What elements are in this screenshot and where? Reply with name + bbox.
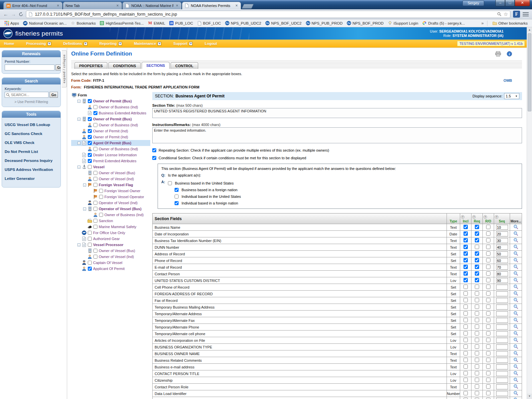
seq-input[interactable] bbox=[496, 291, 508, 296]
tree-item-label[interactable]: Owner of Vessel (Ind) bbox=[99, 177, 134, 181]
incl-checkbox[interactable] bbox=[464, 331, 468, 335]
more-magnifier-icon[interactable] bbox=[513, 384, 518, 389]
tree-item[interactable]: Dealer License Information bbox=[71, 152, 150, 158]
incl-checkbox[interactable] bbox=[464, 258, 468, 262]
answer-checkbox[interactable] bbox=[168, 181, 172, 185]
tree-item[interactable]: Owner of Vessel (Bus) bbox=[71, 248, 150, 254]
tree-item-label[interactable]: Foreign Vessel Flag bbox=[99, 183, 133, 187]
ro-checkbox[interactable] bbox=[486, 245, 490, 249]
bookmarks-overflow-icon[interactable]: » bbox=[481, 21, 484, 26]
help-icon[interactable]: ? bbox=[483, 215, 487, 219]
scroll-up-icon[interactable]: ▲ bbox=[527, 27, 532, 33]
maximize-button[interactable]: □ bbox=[505, 0, 515, 6]
tree-item[interactable]: Business Extended Attributes bbox=[71, 110, 150, 116]
new-tab-button[interactable] bbox=[242, 4, 254, 9]
ro-checkbox[interactable] bbox=[486, 291, 490, 296]
ro-checkbox[interactable] bbox=[486, 278, 490, 282]
print-icon[interactable] bbox=[495, 51, 501, 57]
tree-checkbox[interactable] bbox=[93, 225, 97, 229]
tree-checkbox[interactable] bbox=[93, 147, 97, 151]
incl-checkbox[interactable] bbox=[464, 325, 468, 329]
browser-tab[interactable]: NOAA :: National Marine F× bbox=[122, 2, 182, 9]
tree-item[interactable]: -Agent Of Permit (Bus) bbox=[71, 140, 150, 146]
tree-item[interactable]: -Operator of Vessel (Bus) bbox=[71, 206, 150, 212]
tree-item-label[interactable]: Owner of Permit (Bus) bbox=[93, 117, 132, 121]
bookmark-item[interactable]: NPS_PUB_UDC2 bbox=[223, 20, 263, 26]
req-checkbox[interactable] bbox=[475, 238, 479, 242]
answer-checkbox[interactable] bbox=[175, 195, 179, 199]
ro-checkbox[interactable] bbox=[486, 371, 490, 375]
tree-item-label[interactable]: Owner of Permit (Ind) bbox=[93, 129, 128, 133]
scroll-down-icon[interactable]: ▼ bbox=[527, 394, 532, 399]
chevron-down-icon[interactable]: ▾ bbox=[158, 42, 161, 46]
tree-checkbox[interactable] bbox=[93, 207, 97, 211]
more-magnifier-icon[interactable] bbox=[513, 377, 518, 382]
incl-checkbox[interactable] bbox=[464, 378, 468, 382]
req-checkbox[interactable] bbox=[475, 298, 479, 302]
tree-checkbox[interactable] bbox=[93, 219, 97, 223]
bookmark-item[interactable]: 26PUB_LOC bbox=[168, 20, 195, 26]
incl-checkbox[interactable] bbox=[464, 278, 468, 282]
tree-item-label[interactable]: Owner of Vessel (Bus) bbox=[99, 171, 135, 175]
incl-checkbox[interactable] bbox=[464, 358, 468, 362]
req-checkbox[interactable] bbox=[475, 265, 479, 269]
nav-item-logout[interactable]: Logout bbox=[204, 42, 217, 46]
bookmark-item[interactable]: NPS_PUB_PROD bbox=[304, 20, 344, 26]
req-checkbox[interactable] bbox=[475, 391, 479, 395]
ro-checkbox[interactable] bbox=[486, 384, 490, 389]
tree-checkbox[interactable] bbox=[93, 105, 97, 109]
more-magnifier-icon[interactable] bbox=[513, 331, 518, 336]
more-magnifier-icon[interactable] bbox=[513, 318, 518, 323]
ro-checkbox[interactable] bbox=[486, 318, 490, 322]
help-icon[interactable]: ? bbox=[460, 215, 465, 219]
tree-checkbox[interactable] bbox=[88, 141, 92, 145]
tree-item-label[interactable]: Business Extended Attributes bbox=[99, 111, 146, 115]
more-magnifier-icon[interactable] bbox=[513, 391, 518, 396]
incl-checkbox[interactable] bbox=[464, 231, 468, 236]
more-magnifier-icon[interactable] bbox=[513, 304, 518, 309]
tree-checkbox[interactable] bbox=[88, 231, 92, 235]
nav-item-reporting[interactable]: Reporting▾ bbox=[99, 42, 122, 46]
bookmark-star-icon[interactable]: ☆ bbox=[504, 11, 508, 17]
answer-checkbox[interactable] bbox=[175, 201, 179, 205]
incl-checkbox[interactable] bbox=[464, 364, 468, 369]
tab-close-icon[interactable]: × bbox=[56, 3, 60, 8]
tree-item[interactable]: -Owner of Permit (Bus) bbox=[71, 116, 150, 122]
tree-item-label[interactable]: Owner of Vessel (Ind) bbox=[99, 255, 134, 259]
reload-icon[interactable] bbox=[19, 12, 23, 17]
tree-item[interactable]: Owner of Business (Ind) bbox=[71, 146, 150, 152]
ro-checkbox[interactable] bbox=[486, 258, 490, 262]
req-checkbox[interactable] bbox=[475, 271, 479, 276]
tree-checkbox[interactable] bbox=[93, 111, 97, 115]
incl-checkbox[interactable] bbox=[464, 265, 468, 269]
tree-item-label[interactable]: Foreign Vessel Operator bbox=[104, 195, 144, 199]
tree-checkbox[interactable] bbox=[88, 99, 92, 103]
tool-link[interactable]: Deceased Persons Inquiry bbox=[5, 159, 53, 163]
seq-input[interactable] bbox=[496, 231, 508, 236]
tab-close-icon[interactable]: × bbox=[235, 3, 238, 8]
seq-input[interactable] bbox=[496, 311, 508, 316]
other-bookmarks-button[interactable]: Other bookmarks bbox=[491, 20, 529, 26]
tree-item[interactable]: Owner of Vessel (Ind) bbox=[71, 176, 150, 182]
req-checkbox[interactable] bbox=[475, 358, 479, 362]
display-sequence-select[interactable]: 1.5▼ bbox=[504, 93, 519, 99]
more-magnifier-icon[interactable] bbox=[513, 264, 518, 269]
ro-checkbox[interactable] bbox=[486, 364, 490, 369]
tree-checkbox[interactable] bbox=[99, 213, 103, 217]
incl-checkbox[interactable] bbox=[464, 291, 468, 296]
tree-checkbox[interactable] bbox=[88, 117, 92, 121]
req-checkbox[interactable] bbox=[475, 364, 479, 369]
tree-item-label[interactable]: Applicant Of Permit bbox=[93, 267, 125, 271]
more-magnifier-icon[interactable] bbox=[513, 397, 518, 399]
incl-checkbox[interactable] bbox=[464, 351, 468, 355]
permit-number-input[interactable] bbox=[5, 65, 55, 70]
close-button[interactable]: ✕ bbox=[515, 0, 530, 6]
tree-checkbox[interactable] bbox=[88, 153, 92, 157]
req-checkbox[interactable] bbox=[475, 344, 479, 349]
collapse-toggle-icon[interactable]: - bbox=[83, 184, 86, 187]
incl-checkbox[interactable] bbox=[464, 271, 468, 276]
incl-checkbox[interactable] bbox=[464, 398, 468, 399]
minimize-button[interactable]: – bbox=[495, 0, 505, 6]
req-checkbox[interactable] bbox=[475, 251, 479, 256]
tree-item[interactable]: Captain Of Vessel bbox=[71, 260, 150, 266]
